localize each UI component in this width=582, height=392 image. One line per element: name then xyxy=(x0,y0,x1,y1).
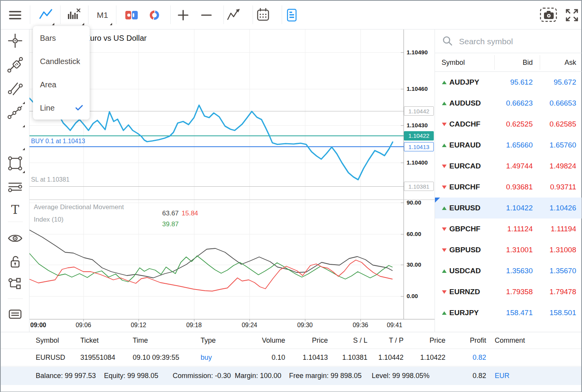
sell-panel-icon xyxy=(125,11,131,19)
symbol-row[interactable]: AUDJPY 95.612 95.672 xyxy=(435,72,582,93)
price-axis-spine xyxy=(404,29,404,319)
symbol-search xyxy=(435,29,582,53)
price-axis-label: 1.10400 xyxy=(407,159,428,167)
bid-value: 1.65660 xyxy=(506,135,533,156)
main-menu-button[interactable] xyxy=(7,1,24,29)
chart-title: Euro vs US Dollar xyxy=(85,34,147,43)
symbol-row[interactable]: EURCAD 1.49744 1.49824 xyxy=(435,156,582,177)
fullscreen-button[interactable] xyxy=(563,1,580,29)
bid-value: 1.31001 xyxy=(506,239,533,260)
bid-price-tag: 1.10422 xyxy=(404,131,434,140)
position-volume: 0.10 xyxy=(272,349,285,366)
polyline-icon xyxy=(7,103,24,120)
indicator-axis-label: 0.00 xyxy=(407,292,418,300)
symbol-row[interactable]: EURCHF 0.93681 0.93711 xyxy=(435,177,582,198)
ask-value: 1.31008 xyxy=(549,239,576,260)
symbol-row-selected[interactable]: EURUSD 1.10422 1.10426 xyxy=(435,198,582,219)
symbol-name: GBPCHF xyxy=(449,219,480,239)
buy-panel-icon xyxy=(132,11,138,19)
search-input[interactable] xyxy=(458,35,572,48)
print-button[interactable] xyxy=(7,305,24,323)
screenshot-button[interactable] xyxy=(539,1,558,29)
time-axis-spine xyxy=(29,319,435,319)
menu-item-candlestick[interactable]: Candlestick xyxy=(33,50,90,73)
object-tree-button[interactable] xyxy=(7,276,24,293)
trend-arrow-icon xyxy=(442,290,447,294)
crosshair-tool-button[interactable] xyxy=(7,32,24,49)
minus-di-value: 15.84 xyxy=(182,210,198,217)
symbol-row[interactable]: EURAUD 1.65660 1.65760 xyxy=(435,135,582,156)
economic-calendar-button[interactable] xyxy=(255,1,272,29)
trend-arrow-icon xyxy=(442,311,447,315)
menu-item-bars[interactable]: Bars xyxy=(33,26,90,50)
zoom-out-button[interactable] xyxy=(198,1,215,29)
indicator-name-line2[interactable]: Index (10) xyxy=(34,216,64,224)
position-type: buy xyxy=(201,349,212,366)
pie-chart-icon[interactable] xyxy=(150,10,159,20)
add-indicator-button[interactable] xyxy=(225,1,242,29)
symbol-row[interactable]: AUDUSD 0.66623 0.66653 xyxy=(435,93,582,114)
open-position-line[interactable] xyxy=(29,146,404,147)
document-list-icon xyxy=(283,7,300,24)
position-row[interactable]: EURUSD 319551084 09.10 09:39:55 buy 0.10… xyxy=(1,349,581,366)
fibonacci-tool-button[interactable] xyxy=(7,56,24,73)
trend-arrow-icon xyxy=(442,248,447,252)
column-type: Type xyxy=(201,332,216,349)
position-tp: 1.10442 xyxy=(378,349,404,366)
symbol-name: EURJPY xyxy=(449,302,479,323)
column-price-current: Price xyxy=(430,332,445,349)
one-click-trading-button[interactable] xyxy=(125,11,138,19)
price-axis-label: 1.10490 xyxy=(407,49,428,56)
trend-arrow-icon xyxy=(442,165,447,168)
margin-value: Margin: 100.00 xyxy=(235,367,281,385)
news-panel-button[interactable] xyxy=(283,1,300,29)
symbol-name: CADCHF xyxy=(449,114,480,135)
camera-icon xyxy=(539,7,558,23)
tree-icon xyxy=(7,276,24,293)
buy-position-label: BUY 0.1 at 1.10413 xyxy=(31,138,85,145)
polyline-tool-button[interactable] xyxy=(7,103,24,120)
time-axis-label: 09:36 xyxy=(349,320,372,330)
text-tool-button[interactable]: T xyxy=(7,201,24,219)
symbol-row[interactable]: EURJPY 158.471 158.501 xyxy=(435,302,582,323)
column-sl: S / L xyxy=(353,332,367,349)
symbol-name: EURUSD xyxy=(449,198,480,219)
time-axis-label: 09:00 xyxy=(30,320,46,330)
lines-tool-button[interactable] xyxy=(7,80,24,97)
symbol-row[interactable]: GBPCHF 1.11124 1.11194 xyxy=(435,219,582,239)
price-axis-label: 1.10460 xyxy=(407,85,428,93)
zoom-in-button[interactable] xyxy=(175,1,192,29)
column-ask: Ask xyxy=(565,53,576,72)
stop-loss-line[interactable] xyxy=(29,186,404,187)
timeframe-button[interactable]: M1 xyxy=(94,1,111,29)
column-price-open: Price xyxy=(312,332,328,349)
trend-arrow-icon xyxy=(442,269,447,273)
time-axis-label: 09:24 xyxy=(238,320,261,330)
menu-item-area[interactable]: Area xyxy=(33,73,90,96)
symbol-name: USDCAD xyxy=(449,260,481,281)
lock-tool-button[interactable] xyxy=(7,253,24,270)
remove-indicator-button[interactable] xyxy=(65,1,82,29)
free-margin-value: Free margin: 99 898.05 xyxy=(289,367,362,385)
column-volume: Volume xyxy=(262,332,285,349)
symbol-row[interactable]: CADCHF 0.62525 0.62585 xyxy=(435,114,582,135)
symbol-row[interactable]: EURNZD 1.79358 1.79478 xyxy=(435,281,582,302)
bid-value: 95.612 xyxy=(510,72,533,93)
account-currency: EUR xyxy=(495,367,509,385)
panel-separator[interactable] xyxy=(29,199,435,200)
open-price-tag[interactable]: 1.10413 xyxy=(404,142,434,151)
line-chart-icon xyxy=(38,7,55,24)
market-watch-panel: Symbol Bid Ask AUDJPY 95.612 95.672 AUDU… xyxy=(435,29,581,332)
stop-loss-tag[interactable]: 1.10381 xyxy=(404,182,434,191)
symbol-row[interactable]: GBPUSD 1.31001 1.31008 xyxy=(435,239,582,260)
column-profit: Profit xyxy=(470,332,486,349)
visibility-tool-button[interactable] xyxy=(7,230,24,247)
symbol-row[interactable]: USDCAD 1.35630 1.35670 xyxy=(435,260,582,281)
horizontal-lines-tool-button[interactable] xyxy=(7,178,24,195)
time-axis-label: 09:18 xyxy=(182,320,206,330)
column-bid: Bid xyxy=(523,53,533,72)
indicator-name-line1[interactable]: Average Directional Movement xyxy=(34,203,124,211)
fibonacci-icon xyxy=(7,56,24,73)
take-profit-tag[interactable]: 1.10442 xyxy=(404,106,434,116)
shapes-tool-button[interactable] xyxy=(7,155,24,172)
